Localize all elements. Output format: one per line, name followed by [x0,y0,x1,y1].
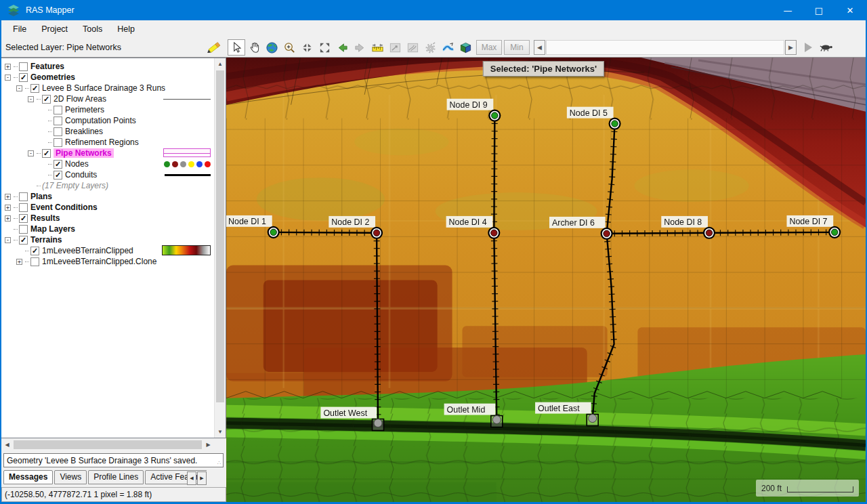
node-di-8[interactable] [704,228,715,238]
layer-checkbox[interactable] [54,138,62,147]
edit-layer-pencil-icon[interactable] [205,41,222,54]
layer-checkbox[interactable] [19,225,28,234]
tree-row-terrains[interactable]: -✓Terrains [2,234,213,245]
max-button[interactable]: Max [476,40,502,55]
layer-checkbox[interactable]: ✓ [42,149,51,158]
tree-expander[interactable]: + [5,205,11,211]
node-di-7[interactable] [829,227,840,238]
layer-checkbox[interactable] [19,192,28,201]
tree-row-features[interactable]: +Features [2,61,213,72]
tree-expander[interactable]: - [16,85,22,91]
water-surface-tool[interactable] [439,39,457,56]
tree-expander[interactable]: + [16,259,22,265]
previous-view-tool[interactable] [333,39,351,56]
tree-row-event-conditions[interactable]: +Event Conditions [2,202,213,213]
maximize-button[interactable]: □ [803,0,834,20]
scroll-left-arrow[interactable]: ◀ [1,439,13,450]
animation-play-button[interactable] [805,43,812,52]
tab-profile-lines[interactable]: Profile Lines [88,470,144,484]
conduit-di1-di2[interactable] [274,232,377,233]
profile-lines-tool[interactable] [386,39,404,56]
tab-views[interactable]: Views [54,470,87,484]
node-di-4[interactable] [488,228,499,238]
tree-row-plans[interactable]: +Plans [2,191,213,202]
menu-project[interactable]: Project [34,22,75,37]
scroll-up-arrow[interactable]: ▲ [215,58,226,70]
zoom-full-extent-tool[interactable] [316,39,333,56]
zoom-in-tool[interactable] [280,39,298,56]
tree-expander[interactable]: - [28,96,34,102]
scroll-right-arrow[interactable]: ▶ [203,439,214,450]
pan-tool[interactable] [245,39,263,56]
zoom-extents-globe-tool[interactable] [263,39,280,56]
menu-help[interactable]: Help [110,22,142,37]
node-di-5[interactable] [610,119,620,129]
layer-checkbox[interactable]: ✓ [42,95,51,104]
tree-expander[interactable]: + [5,64,11,70]
tree-row-computation-points[interactable]: Computation Points [2,115,213,126]
tree-row-refinement-regions[interactable]: Refinement Regions [2,137,213,148]
tree-expander[interactable]: + [5,215,11,222]
layer-checkbox[interactable]: ✓ [19,236,28,245]
animation-step-forward-button[interactable]: ▶ [785,40,797,55]
tab-messages[interactable]: Messages [3,470,53,484]
layer-checkbox[interactable] [54,106,62,114]
tree-row-nodes[interactable]: ✓Nodes [2,159,213,169]
tree-expander[interactable]: - [5,75,11,81]
layer-checkbox[interactable] [54,127,62,136]
layer-checkbox[interactable]: ✓ [19,73,28,82]
conduit-di9-di4[interactable] [494,116,494,233]
node-di-9[interactable] [489,110,500,121]
message-resize-grip[interactable]: ∴ [217,460,221,466]
tree-row-results[interactable]: +✓Results [2,213,213,224]
animation-step-back-button[interactable]: ◀ [534,40,545,55]
menu-file[interactable]: File [5,22,34,37]
layer-checkbox[interactable]: ✓ [19,214,28,223]
outlet-mid[interactable] [491,416,503,427]
tree-row-perimeters[interactable]: Perimeters [2,104,213,115]
tree-row-2d-flow-areas[interactable]: -✓2D Flow Areas [2,93,213,104]
tree-row-levee-b-surface-drainage-3-runs[interactable]: -✓Levee B Surface Drainage 3 Runs [2,83,213,93]
tree-vertical-scrollbar[interactable]: ▲ ▼ [214,58,226,438]
measure-tool[interactable] [368,39,386,56]
scroll-down-arrow[interactable]: ▼ [215,426,226,438]
tab-scroll-left[interactable]: ◀ [187,471,196,485]
min-button[interactable]: Min [504,40,530,55]
zoom-window-in-tool[interactable] [298,39,316,56]
layer-checkbox[interactable]: ✓ [30,247,39,255]
cross-sections-tool[interactable] [404,39,421,56]
select-tool[interactable] [228,39,245,56]
outlet-east[interactable] [587,415,598,426]
tree-expander[interactable]: + [5,194,11,200]
minimize-button[interactable]: — [772,0,803,20]
map-canvas[interactable]: Node DI 9Node DI 5Node DI 1Node DI 2Node… [226,58,866,502]
layer-checkbox[interactable]: ✓ [30,84,39,93]
tree-row-pipe-networks[interactable]: -✓Pipe Networks [2,148,213,159]
tree-row-17-empty-layers[interactable]: (17 Empty Layers) [2,180,213,191]
outlet-west[interactable] [373,419,384,431]
tree-row-1mleveebterrainclipped-clone[interactable]: +1mLeveeBTerrainClipped.Clone [2,256,213,267]
layer-checkbox[interactable] [30,257,39,266]
tree-row-geometries[interactable]: -✓Geometries [2,72,213,83]
terrain-3d-tool[interactable] [457,39,474,56]
layer-checkbox[interactable]: ✓ [54,160,62,169]
node-di-2[interactable] [371,228,382,238]
horizontal-scroll-thumb[interactable] [14,440,202,449]
animation-speed-turtle-icon[interactable] [819,43,834,52]
next-view-tool[interactable] [351,39,368,56]
close-button[interactable]: ✕ [834,0,866,20]
layer-checkbox[interactable]: ✓ [54,171,62,180]
vertical-scroll-thumb[interactable] [216,70,224,402]
layer-checkbox[interactable] [54,117,62,125]
tree-horizontal-scrollbar[interactable]: ◀ ▶ [1,438,226,450]
tree-row-breaklines[interactable]: Breaklines [2,126,213,137]
archer-di-6[interactable] [601,228,612,239]
settings-tool[interactable] [421,39,439,56]
tab-scroll-right[interactable]: ▶ [197,471,207,485]
tree-expander[interactable]: - [28,150,34,156]
menu-tools[interactable]: Tools [75,22,110,37]
layer-checkbox[interactable] [19,62,28,71]
node-di-1[interactable] [268,227,279,238]
tree-expander[interactable]: - [5,237,11,243]
tree-row-conduits[interactable]: ✓Conduits [2,169,213,180]
